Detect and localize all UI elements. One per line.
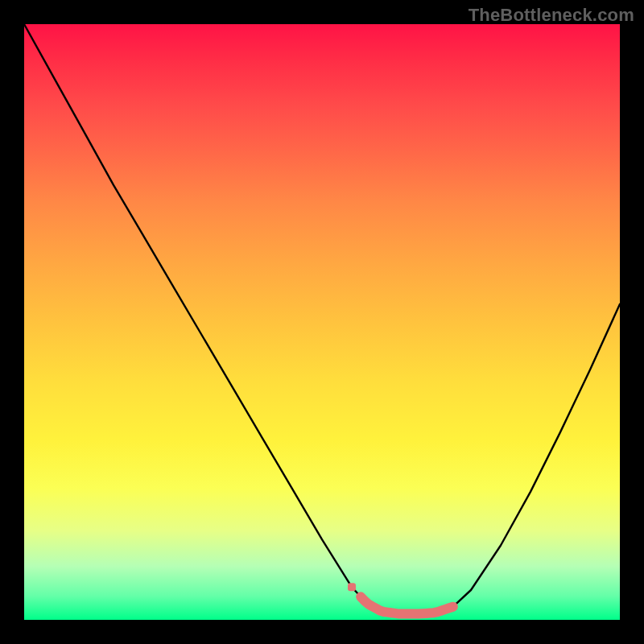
chart-frame: TheBottleneck.com: [0, 0, 644, 644]
plot-area: [24, 24, 620, 620]
watermark-text: TheBottleneck.com: [469, 5, 634, 26]
highlight-lead-marker: [348, 583, 356, 591]
curve-layer: [24, 24, 620, 620]
bottleneck-curve: [24, 24, 620, 614]
highlight-segment: [361, 597, 453, 613]
